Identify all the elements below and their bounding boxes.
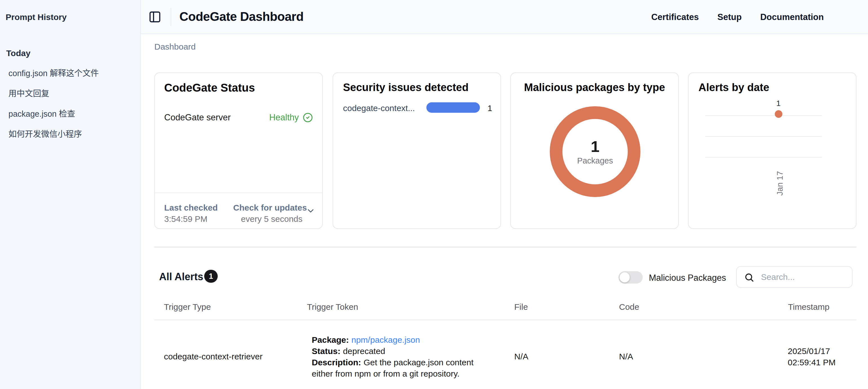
col-header-trigger-token: Trigger Token: [307, 302, 358, 312]
malicious-packages-card: Malicious packages by type 1 Packages: [510, 73, 679, 229]
col-header-file: File: [514, 302, 528, 312]
chevron-down-icon: [306, 206, 315, 216]
sidebar-title: Prompt History: [6, 12, 67, 22]
search-icon: [744, 272, 754, 282]
last-checked-value: 3:54:59 PM: [164, 213, 218, 225]
codegate-status-card: CodeGate Status CodeGate server Healthy …: [154, 73, 323, 229]
donut-center-value: 1: [591, 138, 599, 155]
cell-trigger-type: codegate-context-retriever: [164, 352, 262, 361]
prompt-history-sidebar: Prompt History Today config.json 解释这个文件 …: [0, 0, 141, 389]
server-status-row: CodeGate server Healthy: [164, 112, 313, 122]
search-input[interactable]: [761, 267, 848, 287]
malicious-packages-toggle-label: Malicious Packages: [649, 273, 726, 283]
check-updates-value: every 5 seconds: [233, 213, 303, 225]
sidebar-item-config-json[interactable]: config.json 解释这个文件: [8, 66, 99, 78]
timestamp-time: 02:59:41 PM: [788, 357, 836, 368]
alerts-count-badge: 1: [204, 270, 218, 283]
server-name: CodeGate server: [164, 112, 231, 122]
security-issues-card: Security issues detected codegate-contex…: [333, 73, 501, 229]
token-description-line: Description:Get the package.json content…: [312, 357, 494, 380]
health-status-text: Healthy: [269, 112, 299, 122]
codegate-dashboard-app: Prompt History Today config.json 解释这个文件 …: [0, 0, 868, 389]
sidebar-section-today: Today: [6, 49, 30, 58]
all-alerts-title: All Alerts: [159, 271, 203, 283]
x-axis-tick: Jan 17: [775, 156, 785, 196]
col-header-trigger-type: Trigger Type: [164, 302, 211, 312]
cell-file: N/A: [514, 352, 528, 361]
check-updates-label: Check for updates: [233, 202, 303, 213]
status-card-title: CodeGate Status: [164, 81, 255, 94]
malicious-card-title: Malicious packages by type: [511, 81, 678, 93]
chart-gridline: [705, 136, 822, 137]
status-card-footer-divider: [155, 193, 322, 193]
chart-gridline: [705, 115, 822, 116]
security-bar-label: codegate-context...: [343, 104, 415, 113]
security-card-title: Security issues detected: [343, 81, 469, 93]
alerts-search: [736, 266, 852, 288]
alerts-by-date-card: Alerts by date 1 Jan 17: [688, 73, 857, 229]
sidebar-item-reply-chinese[interactable]: 用中文回复: [8, 87, 49, 99]
donut-center-label: Packages: [577, 156, 613, 165]
package-label: Package:: [312, 335, 349, 344]
data-point-label: 1: [773, 99, 784, 108]
data-point-dot: [775, 110, 782, 118]
panel-left-icon: [148, 10, 161, 23]
page-title: CodeGate Dashboard: [179, 9, 304, 24]
check-circle-icon: [303, 112, 313, 122]
col-header-code: Code: [619, 302, 639, 312]
security-bar-value: 1: [488, 104, 492, 113]
security-bar: [426, 102, 480, 113]
alerts-card-title: Alerts by date: [699, 81, 769, 93]
cell-timestamp: 2025/01/17 02:59:41 PM: [788, 345, 836, 368]
cell-trigger-token: Package:npm/package.json Status:deprecat…: [312, 334, 494, 380]
status-label: Status:: [312, 346, 341, 356]
toggle-knob: [620, 272, 630, 282]
malicious-packages-toggle[interactable]: [618, 271, 643, 284]
server-health: Healthy: [269, 112, 313, 122]
update-interval-dropdown[interactable]: [306, 206, 315, 216]
token-package-line: Package:npm/package.json: [312, 334, 494, 345]
token-status-line: Status:deprecated: [312, 345, 494, 357]
top-navigation: Certificates Setup Documentation: [651, 0, 824, 34]
sidebar-item-wechat-miniprogram[interactable]: 如何开发微信小程序: [8, 128, 82, 139]
nav-certificates[interactable]: Certificates: [651, 12, 699, 22]
col-header-timestamp: Timestamp: [788, 302, 829, 312]
chart-gridline: [705, 157, 822, 158]
sidebar-toggle-button[interactable]: [148, 10, 161, 23]
top-header: CodeGate Dashboard Certificates Setup Do…: [141, 0, 868, 34]
last-checked-block: Last checked 3:54:59 PM: [164, 202, 218, 225]
sidebar-item-package-json[interactable]: package.json 检查: [8, 107, 75, 119]
description-label: Description:: [312, 358, 361, 367]
check-updates-block[interactable]: Check for updates every 5 seconds: [233, 202, 303, 225]
table-header-divider: [154, 319, 857, 320]
section-divider: [154, 247, 857, 248]
last-checked-label: Last checked: [164, 202, 218, 213]
timestamp-date: 2025/01/17: [788, 345, 836, 357]
status-value: deprecated: [343, 346, 385, 356]
nav-documentation[interactable]: Documentation: [760, 12, 824, 22]
package-link[interactable]: npm/package.json: [351, 335, 420, 344]
packages-donut-chart: 1 Packages: [550, 106, 641, 197]
cell-code: N/A: [619, 352, 633, 361]
header-divider: [171, 8, 171, 26]
nav-setup[interactable]: Setup: [717, 12, 742, 22]
breadcrumb: Dashboard: [154, 42, 196, 52]
